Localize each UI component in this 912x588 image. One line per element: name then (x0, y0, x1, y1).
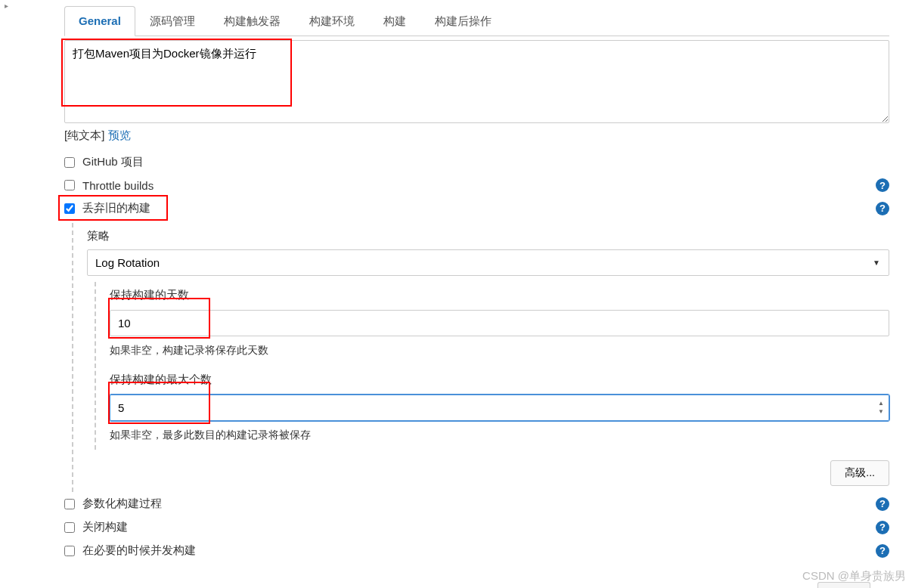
strategy-label: 策略 (87, 223, 889, 246)
concurrent-build-label: 在必要的时候并发构建 (82, 543, 876, 558)
spinner-up-icon[interactable]: ▲ (876, 400, 886, 407)
config-tabs: General 源码管理 构建触发器 构建环境 构建 构建后操作 (64, 6, 889, 36)
help-icon[interactable]: ? (876, 544, 889, 558)
strategy-select[interactable]: Log Rotation (87, 249, 889, 276)
breadcrumb-arrow-icon: ▸ (5, 2, 8, 10)
throttle-builds-checkbox[interactable] (64, 180, 75, 190)
tab-environment[interactable]: 构建环境 (295, 6, 369, 36)
help-icon[interactable]: ? (876, 521, 889, 534)
max-builds-input[interactable] (110, 395, 889, 421)
tab-build[interactable]: 构建 (369, 6, 420, 36)
github-project-label: GitHub 项目 (82, 155, 889, 169)
parameterized-label: 参数化构建过程 (82, 497, 876, 511)
github-project-checkbox[interactable] (64, 157, 75, 168)
help-icon[interactable]: ? (876, 497, 889, 511)
spinner-down-icon[interactable]: ▼ (876, 408, 886, 416)
days-to-keep-label: 保持构建的天数 (110, 282, 889, 305)
discard-old-builds-label: 丢弃旧的构建 (82, 201, 876, 215)
days-to-keep-input[interactable] (110, 310, 889, 336)
tab-triggers[interactable]: 构建触发器 (209, 6, 295, 36)
disable-build-label: 关闭构建 (82, 520, 876, 534)
max-builds-label: 保持构建的最大个数 (110, 362, 889, 390)
tab-post-build[interactable]: 构建后操作 (420, 6, 506, 36)
tab-general[interactable]: General (64, 6, 135, 36)
days-to-keep-hint: 如果非空，构建记录将保存此天数 (110, 336, 889, 362)
parameterized-checkbox[interactable] (64, 499, 75, 509)
help-icon[interactable]: ? (876, 178, 889, 192)
description-textarea[interactable] (64, 40, 889, 123)
discard-old-builds-checkbox[interactable] (64, 203, 75, 214)
advanced-button[interactable]: 高级... (830, 460, 889, 486)
help-icon[interactable]: ? (876, 202, 889, 215)
plain-text-label: [纯文本] (64, 128, 104, 141)
max-builds-hint: 如果非空，最多此数目的构建记录将被保存 (110, 421, 889, 447)
concurrent-build-checkbox[interactable] (64, 546, 75, 556)
throttle-builds-label: Throttle builds (82, 179, 876, 192)
preview-link[interactable]: 预览 (108, 128, 131, 141)
tab-scm[interactable]: 源码管理 (135, 6, 209, 36)
description-format-row: [纯文本] 预览 (64, 128, 889, 143)
disable-build-checkbox[interactable] (64, 522, 75, 533)
